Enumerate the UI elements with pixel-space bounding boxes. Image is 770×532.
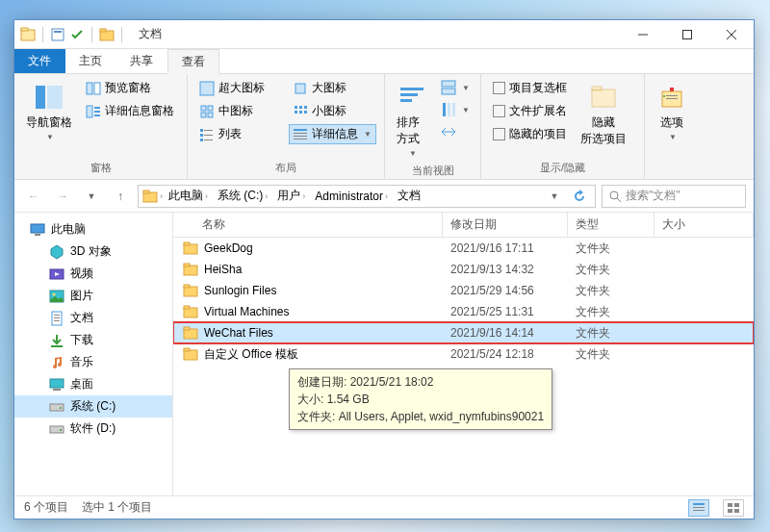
breadcrumb-segment[interactable]: 文档 [394,188,424,204]
tooltip-line: 大小: 1.54 GB [297,391,544,408]
svg-rect-37 [294,133,307,134]
group-by-button[interactable]: ▼ [437,78,474,97]
column-type[interactable]: 类型 [568,213,654,237]
quick-access-toolbar [14,27,131,42]
svg-rect-77 [184,264,190,266]
maximize-button[interactable] [665,20,709,49]
svg-rect-83 [184,327,190,330]
breadcrumb-segment[interactable]: 用户› [273,188,309,204]
svg-rect-12 [87,83,92,94]
svg-rect-48 [592,89,615,107]
chevron-right-icon[interactable]: › [160,191,163,201]
refresh-button[interactable] [568,185,591,208]
svg-rect-1 [21,28,28,31]
history-dropdown-icon[interactable]: ▼ [543,185,566,208]
desk-icon [49,377,64,393]
details-pane-button[interactable]: 详细信息窗格 [82,101,178,121]
layout-details[interactable]: 详细信息▼ [289,124,376,144]
svg-rect-5 [100,29,106,32]
breadcrumb-segment[interactable]: 系统 (C:)› [214,188,271,204]
svg-rect-28 [204,139,213,140]
file-name: Virtual Machines [204,305,290,318]
nav-item[interactable]: 图片 [14,285,172,307]
svg-rect-42 [400,99,412,102]
file-date: 2021/9/13 14:32 [443,263,568,276]
nav-item[interactable]: 视频 [14,263,172,285]
nav-item[interactable]: 此电脑 [14,218,172,241]
options-button[interactable]: 选项 ▼ [653,78,691,145]
file-row[interactable]: Virtual Machines2021/5/25 11:31文件夹 [173,301,754,322]
nav-item[interactable]: 下载 [14,329,172,351]
folder-icon [142,189,158,204]
pic-icon [49,289,64,304]
navigation-pane[interactable]: 此电脑3D 对象视频图片文档下载音乐桌面系统 (C:)软件 (D:) [14,213,173,495]
close-button[interactable] [709,20,754,49]
file-row[interactable]: GeekDog2021/9/16 17:11文件夹 [173,238,754,259]
nav-item[interactable]: 系统 (C:) [14,395,172,418]
file-type: 文件夹 [568,283,654,299]
svg-rect-67 [51,345,63,347]
breadcrumb[interactable]: › 此电脑› 系统 (C:)› 用户› Administrator› 文档 ▼ [138,185,596,208]
add-columns-button[interactable]: ▼ [437,100,474,119]
nav-item-label: 下载 [70,332,93,348]
preview-pane-button[interactable]: 预览窗格 [82,78,178,98]
qat-check-icon[interactable] [69,27,85,42]
column-date[interactable]: 修改日期 [443,213,568,237]
svg-rect-89 [728,503,732,507]
file-row[interactable]: Sunlogin Files2021/5/29 14:56文件夹 [173,280,754,301]
nav-item[interactable]: 软件 (D:) [14,418,172,440]
column-size[interactable]: 大小 [654,213,754,237]
file-row[interactable]: 自定义 Office 模板2021/5/24 12:18文件夹 [173,343,754,365]
svg-rect-32 [304,106,307,109]
breadcrumb-segment[interactable]: Administrator› [311,190,392,203]
size-columns-button[interactable] [437,122,474,141]
svg-rect-40 [400,88,424,90]
layout-list[interactable]: 列表 [195,124,283,144]
file-extensions-toggle[interactable]: 文件扩展名 [489,101,571,121]
nav-item[interactable]: 3D 对象 [14,241,172,263]
column-name[interactable]: 名称 [173,213,443,237]
svg-rect-19 [201,106,206,111]
svg-rect-38 [294,136,307,137]
tab-view[interactable]: 查看 [167,49,219,74]
svg-rect-70 [50,404,64,411]
tab-file[interactable]: 文件 [14,49,65,73]
tab-home[interactable]: 主页 [65,49,116,73]
sort-button[interactable]: 排序方式 ▼ [393,78,431,162]
file-row[interactable]: HeiSha2021/9/13 14:32文件夹 [173,259,754,280]
nav-recent-button[interactable]: ▼ [80,185,103,208]
layout-medium[interactable]: 中图标 [195,101,283,121]
svg-rect-91 [728,509,732,513]
layout-small[interactable]: 小图标 [289,101,376,121]
details-view-button[interactable] [688,499,709,517]
icons-view-button[interactable] [723,499,744,517]
nav-pane-button[interactable]: 导航窗格 ▼ [22,78,76,145]
layout-extralarge[interactable]: 超大图标 [195,78,283,98]
svg-point-71 [60,407,62,409]
nav-item[interactable]: 音乐 [14,351,172,373]
breadcrumb-segment[interactable]: 此电脑› [165,188,212,204]
svg-rect-39 [294,139,307,139]
nav-back-button[interactable]: ← [22,185,45,208]
nav-forward-button[interactable]: → [51,185,74,208]
svg-rect-11 [47,86,63,109]
search-input[interactable]: 搜索"文档" [602,185,746,208]
hidden-items-toggle[interactable]: 隐藏的项目 [489,124,571,144]
svg-rect-35 [304,111,307,114]
hide-selected-button[interactable]: 隐藏 所选项目 [577,78,630,151]
file-row[interactable]: WeChat Files2021/9/16 14:14文件夹 [173,322,754,343]
minimize-button[interactable] [621,20,665,49]
folder-icon [183,325,198,341]
nav-item[interactable]: 文档 [14,307,172,329]
qat-properties-icon[interactable] [50,27,65,42]
tab-share[interactable]: 共享 [116,49,167,73]
nav-item[interactable]: 桌面 [14,373,172,395]
svg-rect-13 [94,83,100,94]
layout-large[interactable]: 大图标 [289,78,376,98]
window-title: 文档 [139,26,162,42]
file-list[interactable]: GeekDog2021/9/16 17:11文件夹HeiSha2021/9/13… [173,238,754,495]
ribbon-group-currentview: 排序方式 ▼ ▼ ▼ 当前视图 [385,74,481,179]
svg-rect-10 [36,86,45,109]
nav-up-button[interactable]: ↑ [109,185,132,208]
item-checkboxes-toggle[interactable]: 项目复选框 [489,78,571,98]
